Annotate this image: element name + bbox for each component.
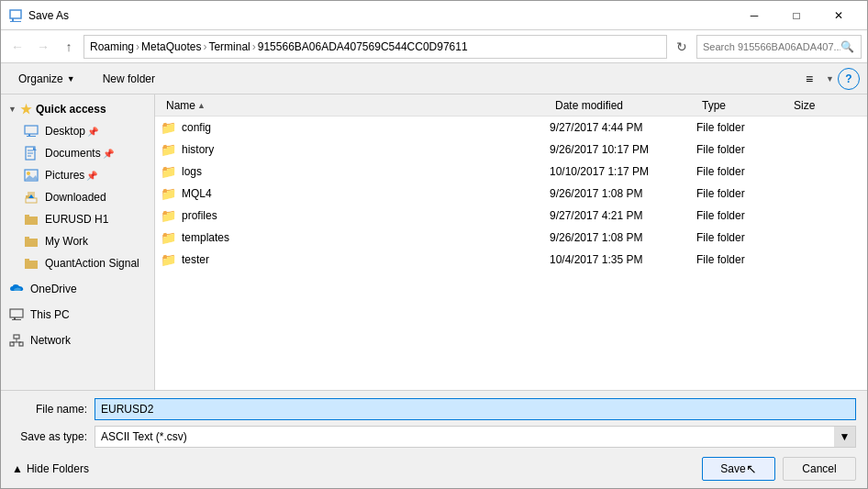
file-type: File folder bbox=[696, 187, 788, 200]
svg-marker-13 bbox=[25, 175, 38, 180]
svg-rect-22 bbox=[25, 261, 38, 269]
onedrive-label: OneDrive bbox=[30, 283, 77, 295]
back-button[interactable]: ← bbox=[6, 36, 28, 58]
table-row[interactable]: 📁 templates 9/26/2017 1:08 PM File folde… bbox=[155, 227, 867, 249]
svg-rect-23 bbox=[25, 259, 29, 261]
file-list-area: Name ▲ Date modified Type Size 📁 bbox=[155, 94, 867, 390]
toolbar-right: ≡ ▼ ? bbox=[796, 67, 860, 91]
table-row[interactable]: 📁 history 9/26/2017 10:17 PM File folder bbox=[155, 139, 867, 161]
file-list: 📁 config 9/27/2017 4:44 PM File folder 📁… bbox=[155, 117, 867, 390]
search-input[interactable] bbox=[703, 41, 840, 52]
sidebar-item-desktop[interactable]: Desktop 📌 bbox=[1, 120, 154, 142]
window-controls: ─ □ ✕ bbox=[733, 1, 860, 30]
window-icon bbox=[8, 8, 23, 23]
sidebar-item-this-pc[interactable]: This PC bbox=[1, 304, 154, 326]
folder-icon: 📁 bbox=[161, 120, 176, 135]
view-button[interactable]: ≡ bbox=[796, 67, 822, 91]
column-date-header[interactable]: Date modified bbox=[550, 94, 696, 116]
savetype-wrapper: ASCII Text (*.csv) CSV (*.csv) Text (*.t… bbox=[95, 426, 856, 448]
this-pc-section: This PC bbox=[1, 304, 154, 326]
mywork-label: My Work bbox=[45, 235, 88, 248]
file-type: File folder bbox=[696, 143, 788, 156]
table-row[interactable]: 📁 MQL4 9/26/2017 1:08 PM File folder bbox=[155, 183, 867, 205]
svg-rect-29 bbox=[19, 342, 23, 346]
organize-button[interactable]: Organize ▼ bbox=[8, 67, 85, 91]
address-bar: ← → ↑ Roaming › MetaQuotes › Terminal › … bbox=[1, 30, 867, 63]
filename: MQL4 bbox=[182, 187, 212, 200]
hide-folders-chevron-icon: ▲ bbox=[12, 462, 23, 475]
new-folder-button[interactable]: New folder bbox=[93, 67, 165, 91]
cancel-button[interactable]: Cancel bbox=[783, 457, 856, 481]
table-row[interactable]: 📁 profiles 9/27/2017 4:21 PM File folder bbox=[155, 205, 867, 227]
save-button[interactable]: Save ↖ bbox=[702, 457, 775, 481]
breadcrumb-terminal: Terminal bbox=[208, 40, 250, 53]
sidebar-item-quantaction[interactable]: QuantAction Signal bbox=[1, 252, 154, 274]
address-path[interactable]: Roaming › MetaQuotes › Terminal › 915566… bbox=[83, 35, 667, 59]
file-date: 9/26/2017 1:08 PM bbox=[550, 231, 696, 244]
svg-rect-24 bbox=[10, 309, 23, 317]
svg-rect-18 bbox=[25, 217, 38, 225]
table-row[interactable]: 📁 tester 10/4/2017 1:35 PM File folder bbox=[155, 249, 867, 271]
folder-icon: 📁 bbox=[161, 142, 176, 157]
onedrive-icon bbox=[8, 282, 25, 296]
network-icon bbox=[8, 333, 25, 348]
filename: profiles bbox=[182, 209, 217, 222]
help-button[interactable]: ? bbox=[838, 68, 860, 90]
bottom-area: File name: Save as type: ASCII Text (*.c… bbox=[1, 390, 867, 488]
sidebar-item-pictures[interactable]: Pictures 📌 bbox=[1, 164, 154, 186]
sidebar-item-eurusd[interactable]: EURUSD H1 bbox=[1, 208, 154, 230]
sidebar-item-downloaded[interactable]: Downloaded bbox=[1, 186, 154, 208]
column-size-header[interactable]: Size bbox=[788, 94, 862, 116]
save-as-dialog: Save As ─ □ ✕ ← → ↑ Roaming › MetaQuotes… bbox=[0, 0, 868, 489]
filename: templates bbox=[182, 231, 229, 244]
file-date: 10/4/2017 1:35 PM bbox=[550, 253, 696, 266]
svg-rect-28 bbox=[10, 342, 14, 346]
sort-arrow-icon: ▲ bbox=[197, 101, 206, 110]
savetype-select[interactable]: ASCII Text (*.csv) CSV (*.csv) Text (*.t… bbox=[95, 426, 856, 448]
main-content: ▼ ★ Quick access Desktop 📌 bbox=[1, 94, 867, 390]
minimize-button[interactable]: ─ bbox=[733, 1, 775, 30]
quick-access-label: Quick access bbox=[36, 103, 106, 116]
breadcrumb-roaming: Roaming bbox=[90, 40, 134, 53]
column-name-header[interactable]: Name ▲ bbox=[161, 94, 550, 116]
quick-access-chevron: ▼ bbox=[8, 105, 17, 114]
file-type: File folder bbox=[696, 253, 788, 266]
up-button[interactable]: ↑ bbox=[58, 36, 80, 58]
network-section: Network bbox=[1, 329, 154, 351]
file-date: 9/27/2017 4:44 PM bbox=[550, 121, 696, 134]
search-box[interactable]: 🔍 bbox=[696, 35, 862, 59]
file-date: 9/26/2017 10:17 PM bbox=[550, 143, 696, 156]
cursor-icon: ↖ bbox=[746, 461, 757, 476]
filename: config bbox=[182, 121, 211, 134]
table-row[interactable]: 📁 logs 10/10/2017 1:17 PM File folder bbox=[155, 161, 867, 183]
forward-button[interactable]: → bbox=[32, 36, 54, 58]
folder-icon: 📁 bbox=[161, 252, 176, 267]
sidebar-item-documents[interactable]: Documents 📌 bbox=[1, 142, 154, 164]
filename-input[interactable] bbox=[95, 398, 856, 420]
sidebar-item-network[interactable]: Network bbox=[1, 329, 154, 351]
hide-folders-button[interactable]: ▲ Hide Folders bbox=[12, 462, 89, 475]
breadcrumb-id: 915566BA06ADA407569C544CC0D97611 bbox=[258, 40, 468, 53]
quantaction-folder-icon bbox=[23, 256, 39, 271]
svg-rect-19 bbox=[25, 215, 29, 217]
file-type: File folder bbox=[696, 209, 788, 222]
documents-icon bbox=[23, 146, 39, 161]
savetype-row: Save as type: ASCII Text (*.csv) CSV (*.… bbox=[12, 426, 856, 448]
hide-folders-label: Hide Folders bbox=[27, 462, 89, 475]
column-type-header[interactable]: Type bbox=[696, 94, 788, 116]
file-list-header: Name ▲ Date modified Type Size bbox=[155, 94, 867, 117]
quick-access-header[interactable]: ▼ ★ Quick access bbox=[1, 98, 154, 120]
maximize-button[interactable]: □ bbox=[775, 1, 818, 30]
downloaded-label: Downloaded bbox=[45, 191, 106, 204]
close-button[interactable]: ✕ bbox=[818, 1, 860, 30]
refresh-button[interactable]: ↻ bbox=[671, 36, 693, 58]
cancel-label: Cancel bbox=[802, 462, 836, 475]
sidebar-item-onedrive[interactable]: OneDrive bbox=[1, 278, 154, 300]
file-date: 10/10/2017 1:17 PM bbox=[550, 165, 696, 178]
quick-access-star-icon: ★ bbox=[20, 102, 32, 117]
quantaction-label: QuantAction Signal bbox=[45, 257, 139, 270]
sidebar-item-mywork[interactable]: My Work bbox=[1, 230, 154, 252]
folder-icon: 📁 bbox=[161, 208, 176, 223]
breadcrumb-metaquotes: MetaQuotes bbox=[141, 40, 201, 53]
table-row[interactable]: 📁 config 9/27/2017 4:44 PM File folder bbox=[155, 117, 867, 139]
